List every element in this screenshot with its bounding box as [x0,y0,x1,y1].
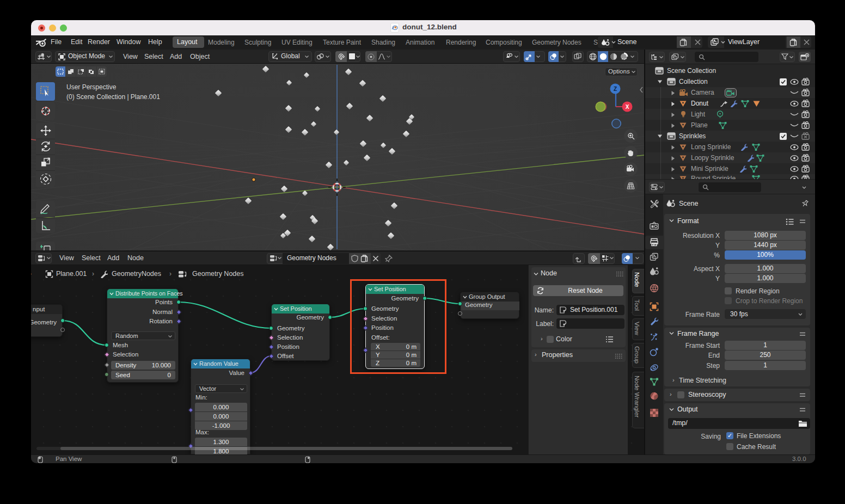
svg-text:X: X [626,104,629,110]
svg-text:Z: Z [614,86,617,92]
